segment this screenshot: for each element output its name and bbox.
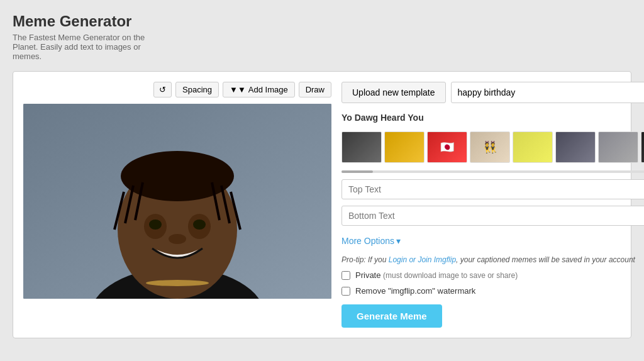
thumbnail-item[interactable]: 👯 [470,131,510,163]
private-checkbox-row: Private (must download image to save or … [341,270,644,280]
pro-tip-suffix: , your captioned memes will be saved in … [456,255,635,264]
template-header: Yo Dawg Heard You My Popular [341,109,644,125]
thumbnail-item[interactable]: 🇯🇵 [427,131,467,163]
svg-point-5 [121,151,234,201]
left-panel: ↺ Spacing ▼▼ Add Image Draw [23,82,331,328]
more-options-label: More Options [341,236,394,246]
action-row: Generate Meme Reset [341,304,644,328]
watermark-checkbox[interactable] [341,287,350,296]
toolbar: ↺ Spacing ▼▼ Add Image Draw [23,82,331,97]
pro-tip-prefix: Pro-tip: If you [341,255,389,264]
page-subtitle: The Fastest Meme Generator on the Planet… [13,33,151,61]
thumbnail-item[interactable] [513,131,553,163]
more-options-row: More Options ▾ Add Text [341,232,644,249]
template-title: Yo Dawg Heard You [341,113,424,123]
add-image-icon: ▼▼ [230,85,246,94]
thumbnail-item[interactable] [341,131,382,163]
draw-label: Draw [306,85,325,94]
pro-tip: Pro-tip: If you Login or Join Imgflip, y… [341,255,644,264]
chevron-down-icon: ▾ [396,236,401,246]
thumbnail-scrollbar[interactable] [341,170,644,173]
bottom-text-input[interactable] [341,206,644,226]
svg-point-11 [146,280,209,286]
private-checkbox[interactable] [341,271,350,280]
meme-image-container [23,104,331,299]
watermark-checkbox-row: Remove "imgflip.com" watermark [341,286,644,296]
upload-search-row: Upload new template [341,82,644,103]
spacing-button[interactable]: Spacing [175,82,219,97]
private-note: (must download image to save or share) [383,271,518,280]
spacing-label: Spacing [182,85,212,94]
generate-meme-button[interactable]: Generate Meme [341,304,442,328]
upload-template-button[interactable]: Upload new template [341,82,446,103]
top-text-input[interactable] [341,179,644,199]
page-title: Meme Generator [13,13,631,30]
top-text-row: ⚙ [341,179,644,199]
thumbnail-item[interactable] [384,131,425,163]
private-label[interactable]: Private (must download image to save or … [355,270,518,280]
search-input[interactable] [451,82,644,103]
pro-tip-link[interactable]: Login or Join Imgflip [389,255,456,264]
add-image-label: Add Image [248,85,288,94]
draw-button[interactable]: Draw [299,82,331,97]
scrollbar-thumb [341,170,373,173]
thumbnail-item[interactable] [598,131,638,163]
page-header: Meme Generator The Fastest Meme Generato… [13,13,631,61]
main-panel: ↺ Spacing ▼▼ Add Image Draw [13,71,631,338]
add-image-button[interactable]: ▼▼ Add Image [223,82,295,97]
watermark-label[interactable]: Remove "imgflip.com" watermark [355,286,475,296]
thumbnail-item[interactable]: 💰 [641,131,644,163]
thumbnail-row: 🇯🇵 👯 💰 [341,131,644,163]
thumbnail-item[interactable] [555,131,596,163]
svg-point-10 [169,234,186,244]
meme-image [23,104,331,299]
bottom-text-row: ⚙ [341,206,644,226]
svg-point-8 [149,219,162,230]
more-options-link[interactable]: More Options ▾ [341,236,401,246]
reset-icon-button[interactable]: ↺ [153,82,172,97]
svg-point-9 [193,219,206,230]
right-panel: Upload new template Yo Dawg Heard You My… [341,82,644,328]
